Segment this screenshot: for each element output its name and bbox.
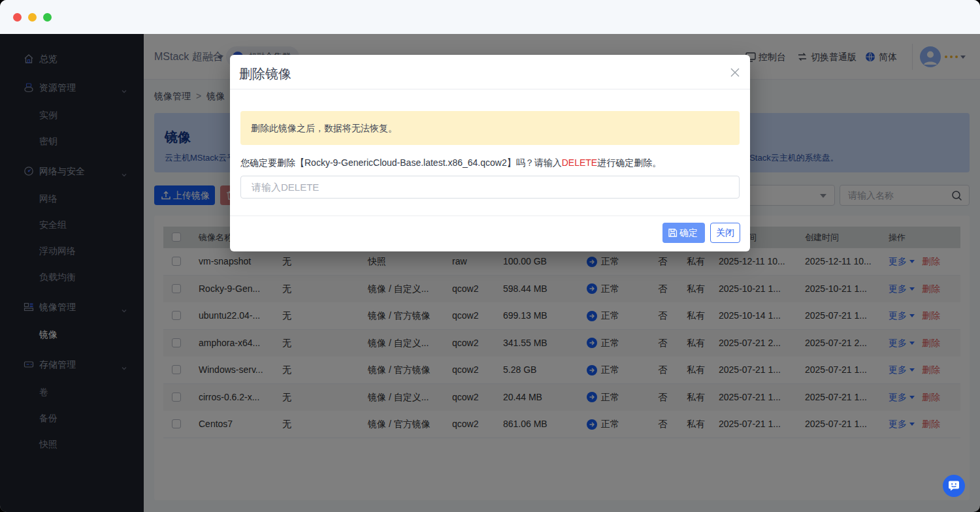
minimize-traffic-light[interactable]: [28, 13, 37, 22]
modal-warning-banner: 删除此镜像之后，数据将无法恢复。: [240, 111, 740, 145]
close-button[interactable]: 关闭: [710, 223, 740, 243]
modal-close-icon[interactable]: [729, 67, 741, 78]
modal-footer: 确定 关闭: [230, 216, 750, 251]
zoom-traffic-light[interactable]: [43, 13, 52, 22]
modal-header: 删除镜像: [230, 55, 750, 89]
modal-warning-text: 删除此镜像之后，数据将无法恢复。: [251, 111, 397, 145]
confirm-button[interactable]: 确定: [662, 223, 705, 243]
close-traffic-light[interactable]: [13, 13, 22, 22]
modal-title: 删除镜像: [239, 65, 291, 83]
chat-icon: [948, 480, 960, 492]
modal-confirm-text: 您确定要删除【Rocky-9-GenericCloud-Base.latest.…: [240, 158, 661, 167]
delete-keyword: DELETE: [562, 157, 597, 168]
delete-input-placeholder: 请输入DELETE: [252, 176, 319, 198]
chat-fab-button[interactable]: [943, 475, 965, 497]
macos-titlebar: [0, 0, 980, 34]
delete-confirm-input[interactable]: 请输入DELETE: [240, 176, 740, 199]
delete-image-modal: 删除镜像 删除此镜像之后，数据将无法恢复。 您确定要删除【Rocky-9-Gen…: [230, 55, 750, 251]
